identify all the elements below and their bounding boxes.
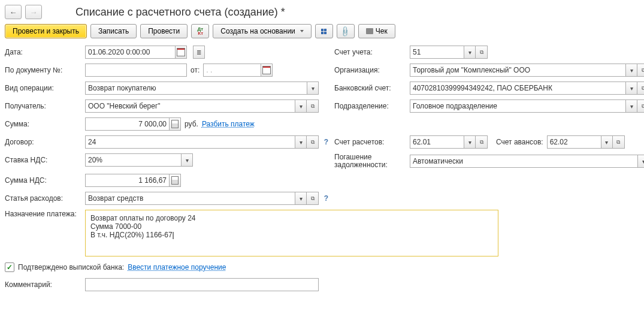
- sum-calc-button[interactable]: [169, 117, 181, 131]
- debt-input[interactable]: Автоматически: [410, 155, 637, 168]
- currency-label: руб.: [185, 120, 198, 128]
- docnum-from-label: от:: [191, 66, 199, 74]
- enter-payment-link[interactable]: Ввести платежное поручение: [128, 263, 226, 271]
- expense-label: Статья расходов:: [5, 194, 81, 203]
- division-dropdown-button[interactable]: ▾: [625, 99, 637, 113]
- calc-account-open-button[interactable]: ⧉: [476, 135, 488, 149]
- post-button[interactable]: Провести: [140, 24, 188, 38]
- attach-button[interactable]: 📎: [337, 24, 355, 38]
- expense-help-icon[interactable]: ?: [324, 194, 328, 203]
- paperclip-icon: 📎: [340, 25, 352, 38]
- recipient-label: Получатель:: [5, 102, 81, 110]
- calculator-icon: [171, 176, 179, 185]
- create-based-on-button[interactable]: Создать на основании: [213, 24, 312, 38]
- debt-label: Погашение задолженности:: [334, 153, 406, 169]
- optype-dropdown-button[interactable]: ▾: [307, 81, 319, 95]
- account-open-button[interactable]: ⧉: [476, 46, 488, 59]
- vatsum-input[interactable]: 1 166,67: [85, 174, 169, 187]
- printer-icon: [366, 28, 373, 34]
- sum-input[interactable]: 7 000,00: [85, 117, 169, 131]
- org-open-button[interactable]: ⧉: [637, 64, 644, 77]
- post-and-close-button[interactable]: Провести и закрыть: [5, 24, 87, 38]
- vatrate-label: Ставка НДС:: [5, 156, 81, 164]
- bank-dropdown-button[interactable]: ▾: [625, 81, 637, 95]
- toolbar: Провести и закрыть Записать Провести ДтК…: [5, 24, 639, 38]
- division-open-button[interactable]: ⧉: [637, 99, 644, 113]
- comment-label: Комментарий:: [5, 280, 81, 289]
- date-label: Дата:: [5, 48, 81, 56]
- dtkt-button[interactable]: ДтКт: [191, 24, 209, 38]
- date-input[interactable]: 01.06.2020 0:00:00: [85, 46, 175, 59]
- split-payment-link[interactable]: Разбить платеж: [202, 120, 255, 128]
- check-button[interactable]: Чек: [358, 24, 395, 38]
- expense-dropdown-button[interactable]: ▾: [295, 192, 307, 205]
- sum-label: Сумма:: [5, 120, 81, 128]
- page-title: Списание с расчетного счета (создание) *: [75, 6, 285, 19]
- vatsum-label: Сумма НДС:: [5, 176, 81, 185]
- calc-account-dropdown-button[interactable]: ▾: [464, 135, 476, 149]
- bank-label: Банковский счет:: [334, 84, 406, 92]
- vatrate-input[interactable]: 20%: [85, 153, 181, 167]
- docnum-date-calendar-button[interactable]: [261, 64, 273, 77]
- account-dropdown-button[interactable]: ▾: [464, 46, 476, 59]
- expense-open-button[interactable]: ⧉: [307, 192, 319, 205]
- bank-open-button[interactable]: ⧉: [637, 81, 644, 95]
- optype-label: Вид операции:: [5, 84, 81, 92]
- contract-open-button[interactable]: ⧉: [307, 135, 319, 149]
- date-calendar-button[interactable]: [175, 46, 187, 59]
- calc-account-label: Счет расчетов:: [334, 138, 406, 146]
- save-button[interactable]: Записать: [90, 24, 137, 38]
- structure-icon: [321, 29, 326, 34]
- expense-input[interactable]: Возврат средств: [85, 192, 295, 205]
- vatsum-calc-button[interactable]: [169, 174, 181, 187]
- recipient-input[interactable]: ООО "Невский берег": [85, 99, 295, 113]
- calc-account-input[interactable]: 62.01: [410, 135, 464, 149]
- recipient-open-button[interactable]: ⧉: [307, 99, 319, 113]
- contract-label: Договор:: [5, 138, 81, 146]
- advance-account-open-button[interactable]: ⧉: [613, 135, 625, 149]
- account-label: Счет учета:: [334, 48, 406, 56]
- check-label: Чек: [376, 27, 388, 35]
- debt-dropdown-button[interactable]: ▾: [637, 155, 644, 168]
- org-label: Организация:: [334, 66, 406, 74]
- vatrate-dropdown-button[interactable]: ▾: [181, 153, 193, 167]
- docnum-label: По документу №:: [5, 66, 81, 74]
- docnum-input[interactable]: [85, 64, 187, 77]
- advance-account-dropdown-button[interactable]: ▾: [601, 135, 613, 149]
- structure-button[interactable]: [315, 24, 333, 38]
- purpose-label: Назначение платежа:: [5, 210, 81, 218]
- advance-account-label: Счет авансов:: [496, 138, 543, 146]
- division-input[interactable]: Головное подразделение: [410, 99, 625, 113]
- contract-help-icon[interactable]: ?: [324, 138, 328, 146]
- confirmed-checkbox[interactable]: ✓: [5, 262, 14, 272]
- calculator-icon: [171, 120, 179, 128]
- docnum-date-input[interactable]: . .: [203, 64, 261, 77]
- org-dropdown-button[interactable]: ▾: [625, 64, 637, 77]
- calendar-icon: [262, 66, 271, 74]
- optype-input[interactable]: Возврат покупателю: [85, 81, 307, 95]
- recipient-dropdown-button[interactable]: ▾: [295, 99, 307, 113]
- account-input[interactable]: 51: [410, 46, 464, 59]
- comment-input[interactable]: [85, 278, 319, 291]
- division-label: Подразделение:: [334, 102, 406, 110]
- contract-dropdown-button[interactable]: ▾: [295, 135, 307, 149]
- purpose-textarea[interactable]: Возврат оплаты по договору 24 Сумма 7000…: [85, 210, 498, 256]
- bank-input[interactable]: 40702810399994349242, ПАО СБЕРБАНК: [410, 81, 625, 95]
- date-extra-button[interactable]: ≣: [193, 46, 205, 59]
- nav-forward-button[interactable]: →: [25, 5, 42, 19]
- confirmed-label: Подтверждено выпиской банка:: [18, 263, 124, 271]
- dtkt-icon: ДтКт: [198, 27, 204, 35]
- nav-back-button[interactable]: ←: [5, 5, 22, 19]
- contract-input[interactable]: 24: [85, 135, 295, 149]
- calendar-icon: [177, 48, 185, 56]
- advance-account-input[interactable]: 62.02: [547, 135, 601, 149]
- org-input[interactable]: Торговый дом "Комплексный" ООО: [410, 64, 625, 77]
